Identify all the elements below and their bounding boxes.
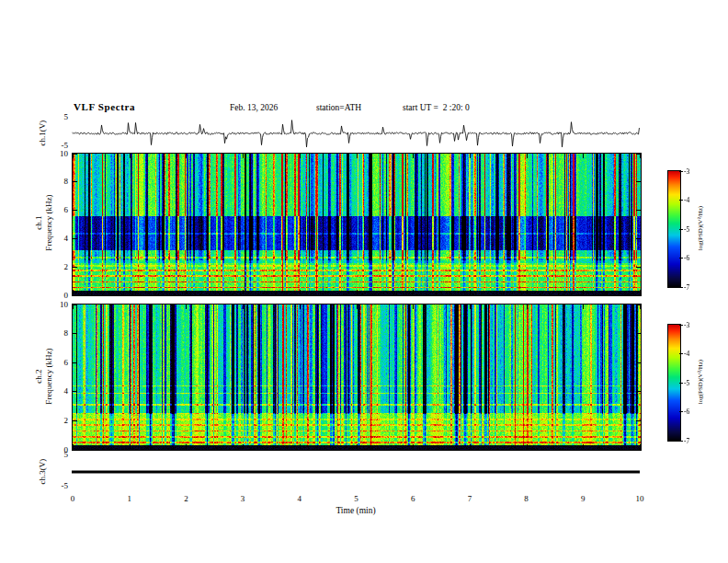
ch1-spec-ytick-mark-right [636,267,641,268]
colorbar-2-tick-mark [679,325,683,326]
ch2-spec-ytick-label: 4 [51,386,68,396]
xaxis-tick-label: 6 [404,494,421,503]
ch2-spec-xtick-mark-top [583,304,584,309]
ch1-waveform-canvas [72,116,640,151]
ch2-spec-xtick-mark-bottom [73,444,74,449]
ch1-spec-ytick-mark-right [636,295,641,296]
xaxis-tick-label: 7 [461,494,478,503]
start-ut-label: start UT = 2 :20: 0 [403,103,470,112]
colorbar-1-tick-label: -5 [684,225,689,234]
colorbar-1-tick-mark [679,200,683,201]
colorbar-2-tick-label: -7 [684,437,689,445]
ch1-spec-ytick-label: 8 [51,177,68,186]
colorbar-1-tick-mark [679,171,683,172]
colorbar-2-label: log(PSD)(V²/Hz) [697,336,704,428]
colorbar-2-tick-mark [679,441,683,442]
ch1-spec-xtick-mark-top [300,154,301,158]
ch1-spec-xtick-mark-top [413,154,414,158]
ch1-spectrogram-canvas [73,154,641,295]
ch2-spec-ytick-mark [73,391,77,392]
colorbar-1-tick-label: -6 [684,254,689,262]
station-label: station=ATH [316,103,361,112]
colorbar-2-tick-label: -5 [684,379,689,387]
ch1-spec-xtick-mark-top [130,154,131,158]
xaxis-tick-label: 8 [518,494,535,503]
xaxis-title: Time (min) [301,506,411,515]
ch1-spec-xtick-mark-top [527,154,528,158]
ch1-spec-xtick-mark-top [73,154,74,158]
xaxis-tick-label: 4 [291,494,308,503]
ch3-wave-ytick-bottom: -5 [50,481,68,490]
colorbar-2-tick-label: -3 [684,321,689,329]
ch2-spec-ytick-mark-right [636,450,641,451]
ch1-spec-xtick-mark-bottom [130,290,131,294]
ch2-spectrogram-canvas [73,304,641,450]
ch2-spec-ytick-label: 0 [51,445,68,454]
ch2-spec-xtick-mark-top [130,304,131,309]
ch2-spec-ytick-mark [73,333,77,334]
ch1-wave-ytick-top: 5 [50,112,68,121]
ch1-spec-ytick-mark [73,295,77,296]
ch2-spec-ytick-label: 2 [51,416,68,425]
ch3-waveform-canvas [72,454,640,489]
ch1-spec-xtick-mark-top [640,154,641,158]
ch1-spec-ylabel: ch.1 Frequency (kHz) [34,144,54,301]
vlf-spectra-figure: VLF Spectra Feb. 13, 2026 station=ATH st… [0,0,728,563]
ch1-spec-xtick-mark-top [186,154,187,158]
ch2-spec-xtick-mark-top [243,304,244,309]
colorbar-1-tick-mark [679,258,683,259]
ch2-spec-ytick-mark-right [636,391,641,392]
ch1-spec-xtick-mark-bottom [413,290,414,294]
ch2-spec-ytick-mark-right [636,333,641,334]
date-label: Feb. 13, 2026 [230,103,278,112]
ch2-spec-xtick-mark-top [640,304,641,309]
ch2-spec-ytick-label: 6 [51,358,68,367]
ch1-spec-xtick-mark-top [583,154,584,158]
ch1-spec-ylabel-channel: ch.1 [34,144,44,301]
figure-title: VLF Spectra [74,101,135,112]
ch1-spec-ylabel-axis: Frequency (kHz) [44,144,54,301]
xaxis-tick-label: 0 [64,494,81,503]
ch1-spec-xtick-mark-top [357,154,358,158]
colorbar-2-tick-mark [679,411,683,412]
ch1-spec-ytick-label: 6 [51,205,68,214]
ch2-spec-xtick-mark-bottom [357,444,358,449]
ch1-spec-ytick-mark-right [636,210,641,211]
colorbar-1-tick-label: -7 [684,283,689,292]
ch2-spec-xtick-mark-bottom [527,444,528,449]
ch3-voltage-ylabel: ch.3(V) [38,444,48,500]
ch1-spec-xtick-mark-bottom [300,290,301,294]
ch1-spec-xtick-mark-bottom [73,290,74,294]
colorbar-2-tick-label: -6 [684,408,689,416]
ch2-spec-xtick-mark-top [357,304,358,309]
colorbar-1-tick-label: -4 [684,196,689,204]
ch2-spec-ytick-label: 10 [51,300,68,309]
ch2-spec-xtick-mark-bottom [186,444,187,449]
ch2-spec-ylabel-axis: Frequency (kHz) [44,298,54,454]
ch2-spec-xtick-mark-bottom [413,444,414,449]
ch1-spec-ytick-label: 10 [51,149,68,158]
colorbar-1-label: log(PSD)(V²/Hz) [697,182,704,274]
ch2-spec-xtick-mark-bottom [470,444,471,449]
ch2-spec-xtick-mark-bottom [583,444,584,449]
ch1-spec-xtick-mark-top [470,154,471,158]
xaxis-tick-label: 3 [234,494,251,503]
ch2-spec-xtick-mark-top [300,304,301,309]
colorbar-1-tick-mark [679,287,683,288]
ch2-spec-ytick-mark [73,420,77,421]
ch1-spec-ytick-label: 2 [51,262,68,271]
xaxis-tick-label: 1 [121,494,138,503]
ch1-spec-xtick-mark-top [243,154,244,158]
ch1-spec-xtick-mark-bottom [527,290,528,294]
ch2-spec-ytick-label: 8 [51,328,68,338]
ch2-spec-ytick-mark-right [636,420,641,421]
ch2-spec-xtick-mark-top [186,304,187,309]
ch1-spec-xtick-mark-bottom [243,290,244,294]
colorbar-1-tick-mark [679,229,683,230]
ch1-spec-ytick-mark [73,210,77,211]
ch1-spec-xtick-mark-bottom [470,290,471,294]
ch2-spec-xtick-mark-bottom [300,444,301,449]
ch1-spec-ytick-mark [73,267,77,268]
ch1-spec-xtick-mark-bottom [186,290,187,294]
ch2-spec-ytick-mark [73,362,77,363]
